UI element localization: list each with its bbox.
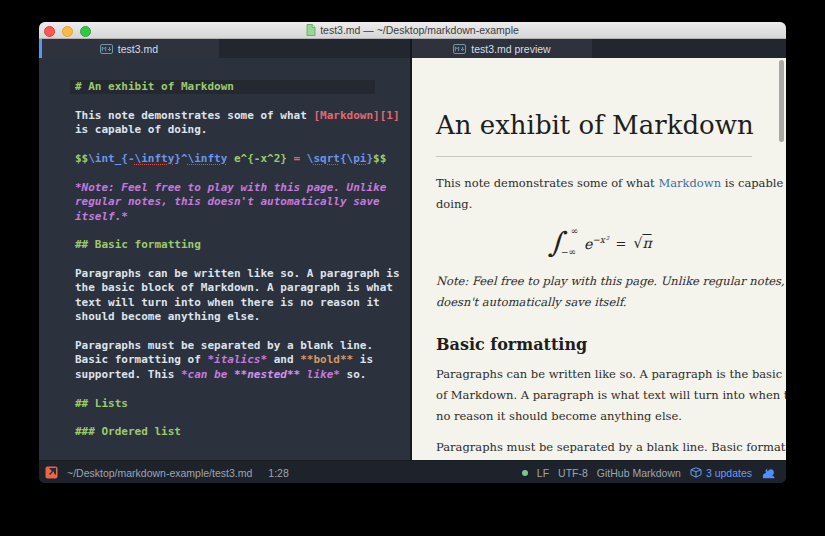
- preview-paragraph: Paragraphs can be written like so. A par…: [436, 364, 764, 427]
- code-line[interactable]: [39, 166, 410, 180]
- code-line[interactable]: supported. This *can be **nested** like*…: [39, 368, 410, 382]
- text-segment: \infty: [135, 152, 175, 165]
- markdown-preview-pane[interactable]: An exhibit of Markdown This note demonst…: [410, 58, 786, 460]
- tab-preview-label: test3.md preview: [471, 43, 550, 55]
- math-expression: e−x²: [584, 235, 609, 252]
- code-line[interactable]: should become anything else.: [39, 310, 410, 324]
- code-line[interactable]: itself.*: [39, 210, 410, 224]
- zoom-button[interactable]: [80, 26, 91, 37]
- editor-tab-bar: test3.md: [39, 39, 410, 58]
- code-line[interactable]: Paragraphs can be written like so. A par…: [39, 267, 410, 281]
- preview-note-paragraph: Note: Feel free to play with this page. …: [436, 271, 764, 313]
- code-line[interactable]: *Note: Feel free to play with this page.…: [39, 181, 410, 195]
- code-line[interactable]: $$\int_{-\infty}^\infty e^{-x^2} = \sqrt…: [39, 152, 410, 166]
- markdown-file-icon: [100, 44, 113, 54]
- status-left: ~/Desktop/markdown-example/test3.md 1:28: [45, 466, 289, 479]
- text-segment: $$: [373, 152, 386, 165]
- preview-scrollbar-thumb[interactable]: [779, 60, 784, 142]
- close-button[interactable]: [44, 26, 55, 37]
- markdown-file-icon: [453, 44, 466, 54]
- text-segment: should become anything else.: [75, 310, 260, 323]
- code-line[interactable]: Paragraphs must be separated by a blank …: [39, 339, 410, 353]
- status-cursor-position[interactable]: 1:28: [268, 467, 288, 479]
- preview-tab-bar: test3.md preview: [410, 39, 786, 58]
- text-segment: {\: [340, 152, 353, 165]
- text-segment: ### Ordered list: [75, 425, 181, 438]
- code-line[interactable]: the basic block of Markdown. A paragraph…: [39, 281, 410, 295]
- text-segment: is: [353, 353, 373, 366]
- title-bar: test3.md — ~/Desktop/markdown-example: [39, 22, 786, 39]
- code-line[interactable]: [39, 224, 410, 238]
- heading-rule: [436, 156, 752, 157]
- code-line[interactable]: is capable of doing.: [39, 123, 410, 137]
- preview-heading-1: An exhibit of Markdown: [436, 110, 764, 140]
- code-line[interactable]: This note demonstrates some of what [Mar…: [39, 109, 410, 123]
- text-segment: Paragraphs can be written like so. A par…: [75, 267, 400, 280]
- text-segment: regular notes, this doesn't automaticall…: [75, 195, 380, 208]
- text-segment: This note demonstrates some of what: [75, 109, 313, 122]
- code-line[interactable]: [39, 382, 410, 396]
- text-segment: # An exhibit of Markdown: [75, 80, 234, 93]
- text-segment: [300, 152, 307, 165]
- code-line[interactable]: ### Ordered list: [39, 425, 410, 439]
- preview-content: An exhibit of Markdown This note demonst…: [412, 58, 776, 458]
- code-line[interactable]: ## Basic formatting: [39, 238, 410, 252]
- text-segment: pi: [353, 152, 366, 165]
- main-split: # An exhibit of Markdown This note demon…: [39, 58, 786, 460]
- status-bar: ~/Desktop/markdown-example/test3.md 1:28…: [39, 460, 786, 483]
- code-line[interactable]: [39, 138, 410, 152]
- code-line[interactable]: [39, 325, 410, 339]
- squirrel-icon[interactable]: [761, 466, 776, 479]
- text-segment: text will turn into when there is no rea…: [75, 296, 380, 309]
- tab-editor[interactable]: test3.md: [39, 39, 219, 58]
- text-segment: \int_{-: [88, 152, 134, 165]
- text-segment: This note demonstrates some of what: [436, 176, 658, 190]
- updates-indicator[interactable]: 3 updates: [690, 467, 752, 479]
- math-formula: ∫ ∞ −∞ e−x² = √π: [436, 225, 764, 261]
- markdown-editor[interactable]: # An exhibit of Markdown This note demon…: [39, 58, 410, 460]
- text-segment: sqrt: [313, 152, 340, 165]
- diff-square-icon[interactable]: [45, 466, 58, 479]
- minimize-button[interactable]: [62, 26, 73, 37]
- tab-preview[interactable]: test3.md preview: [412, 39, 592, 58]
- equals-sign: =: [616, 236, 627, 251]
- text-segment: $$: [75, 152, 88, 165]
- window-title: test3.md — ~/Desktop/markdown-example: [306, 24, 519, 36]
- code-line[interactable]: [39, 411, 410, 425]
- text-segment: Paragraphs must be separated by a blank …: [75, 339, 373, 352]
- preview-paragraph: Paragraphs must be separated by a blank …: [436, 437, 764, 458]
- code-line[interactable]: [39, 253, 410, 267]
- text-segment: ## Basic formatting: [75, 238, 201, 251]
- text-segment: supported. This: [75, 368, 181, 381]
- file-document-icon: [306, 24, 316, 36]
- markdown-link[interactable]: Markdown: [658, 176, 721, 190]
- status-file-path[interactable]: ~/Desktop/markdown-example/test3.md: [67, 467, 252, 479]
- text-segment: so.: [340, 368, 367, 381]
- text-segment: and: [267, 353, 300, 366]
- status-green-dot: [522, 470, 528, 476]
- status-line-ending[interactable]: LF: [537, 467, 549, 479]
- code-line[interactable]: text will turn into when there is no rea…: [39, 296, 410, 310]
- text-segment: *italics*: [207, 353, 267, 366]
- traffic-lights: [44, 26, 91, 37]
- code-line[interactable]: regular notes, this doesn't automaticall…: [39, 195, 410, 209]
- updates-label: 3 updates: [706, 467, 752, 479]
- status-encoding[interactable]: UTF-8: [558, 467, 588, 479]
- app-window: test3.md — ~/Desktop/markdown-example te…: [39, 22, 786, 483]
- text-segment: \infty: [188, 152, 228, 165]
- status-grammar[interactable]: GitHub Markdown: [597, 467, 681, 479]
- text-segment: **bold**: [300, 353, 353, 366]
- text-segment: e^{-x^2}: [234, 152, 287, 165]
- window-title-text: test3.md — ~/Desktop/markdown-example: [320, 24, 519, 36]
- code-line[interactable]: ## Lists: [39, 397, 410, 411]
- text-segment: [Markdown][1]: [313, 109, 399, 122]
- text-segment: **nested**: [234, 368, 300, 381]
- code-line[interactable]: # An exhibit of Markdown: [39, 80, 410, 94]
- preview-heading-2: Basic formatting: [436, 335, 764, 354]
- code-line[interactable]: Basic formatting of *italics* and **bold…: [39, 353, 410, 367]
- text-segment: the basic block of Markdown. A paragraph…: [75, 281, 393, 294]
- sqrt-expression: √π: [633, 235, 651, 251]
- package-icon: [690, 467, 702, 478]
- text-segment: is capable of doing.: [75, 123, 207, 136]
- code-line[interactable]: [39, 94, 410, 108]
